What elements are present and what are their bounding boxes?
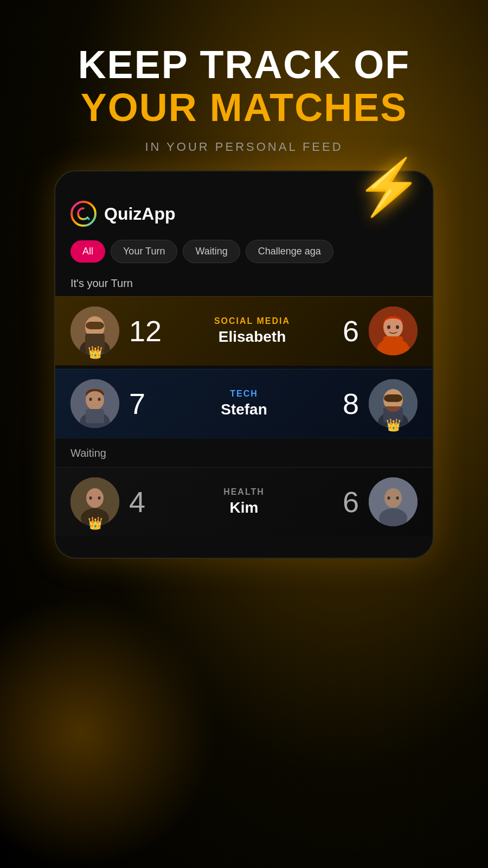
- score-left-3: 4: [129, 485, 145, 519]
- svg-point-11: [387, 326, 390, 329]
- svg-point-31: [98, 496, 101, 500]
- tab-all[interactable]: All: [70, 240, 105, 263]
- match-card-3[interactable]: 👑 4 HEALTH Kim 6: [55, 467, 433, 536]
- tab-waiting[interactable]: Waiting: [183, 240, 240, 263]
- subheadline: IN YOUR PERSONAL FEED: [145, 140, 343, 154]
- phone-screen: QuizApp All Your Turn Waiting Challenge …: [54, 170, 434, 559]
- player-left-3: 👑: [70, 477, 119, 526]
- match-category-3: HEALTH: [223, 487, 265, 497]
- match-opponent-1: Elisabeth: [219, 328, 286, 346]
- tab-your-turn[interactable]: Your Turn: [111, 240, 177, 263]
- svg-point-33: [384, 488, 402, 508]
- crown-right-2: 👑: [386, 418, 401, 432]
- svg-rect-7: [86, 322, 104, 329]
- svg-point-12: [396, 326, 399, 329]
- avatar-left-2: [70, 379, 119, 428]
- match-center-1: SOCIAL MEDIA Elisabeth: [171, 316, 333, 346]
- player-right-3: [369, 477, 418, 526]
- score-right-2: 8: [343, 387, 359, 420]
- score-right-1: 6: [343, 314, 359, 348]
- score-left-1: 12: [129, 314, 162, 348]
- svg-rect-26: [384, 394, 402, 402]
- your-turn-section-label: It's your Turn: [55, 272, 433, 293]
- tab-challenge[interactable]: Challenge aga: [246, 240, 333, 263]
- headline-line2: YOUR MATCHES: [78, 86, 410, 129]
- match-card-1[interactable]: 👑 12 SOCIAL MEDIA Elisabeth 6: [55, 296, 433, 366]
- player-left-2: [70, 379, 119, 428]
- score-left-2: 7: [129, 387, 145, 420]
- svg-point-30: [89, 496, 92, 500]
- app-logo-icon: [70, 201, 97, 227]
- match-category-2: TECH: [230, 389, 258, 399]
- avatar-right-3: [369, 477, 418, 526]
- headline-block: KEEP TRACK OF YOUR MATCHES: [78, 43, 410, 129]
- match-opponent-3: Kim: [230, 499, 259, 516]
- lightning-icon: ⚡: [355, 159, 423, 214]
- avatar-right-1: [369, 307, 418, 355]
- svg-rect-13: [383, 336, 403, 350]
- svg-rect-17: [86, 409, 104, 423]
- match-center-2: TECH Stefan: [155, 389, 333, 418]
- match-opponent-2: Stefan: [221, 401, 267, 418]
- crown-left-3: 👑: [88, 516, 102, 531]
- headline-line1: KEEP TRACK OF: [78, 43, 410, 86]
- waiting-section-label: Waiting: [55, 438, 433, 464]
- svg-point-28: [86, 488, 104, 508]
- app-name-label: QuizApp: [104, 204, 176, 224]
- svg-point-18: [89, 398, 92, 401]
- svg-point-35: [388, 496, 390, 500]
- crown-left-1: 👑: [88, 346, 102, 360]
- match-category-1: SOCIAL MEDIA: [214, 316, 290, 326]
- player-left-1: 👑: [70, 307, 119, 355]
- match-card-2[interactable]: 7 TECH Stefan 8: [55, 369, 433, 438]
- player-right-2: 👑: [369, 379, 418, 428]
- match-center-3: HEALTH Kim: [155, 487, 333, 516]
- svg-point-36: [396, 496, 399, 500]
- svg-point-0: [72, 202, 95, 226]
- phone-mockup: ⚡ QuizA: [54, 170, 434, 559]
- svg-point-19: [98, 398, 101, 401]
- tab-bar: All Your Turn Waiting Challenge aga: [55, 235, 433, 272]
- player-right-1: [369, 307, 418, 355]
- score-right-3: 6: [343, 485, 359, 519]
